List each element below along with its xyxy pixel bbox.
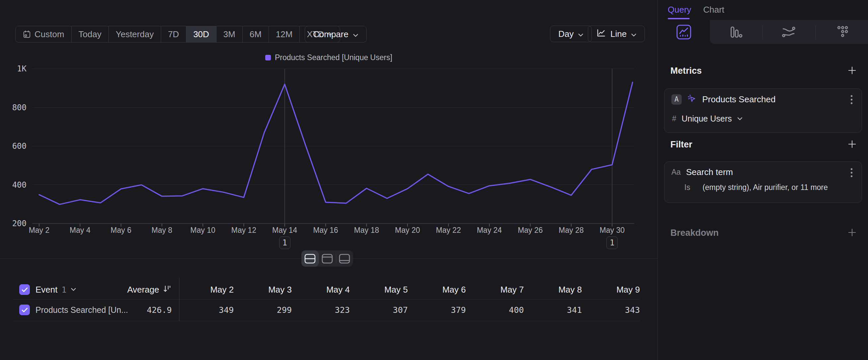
report-tab-flows[interactable]: [763, 20, 815, 44]
table-cell-value: 323: [292, 299, 350, 321]
split-view-button[interactable]: [301, 250, 319, 267]
x-axis-tick-label: May 6: [98, 226, 144, 235]
table-column-header: May 6: [408, 280, 466, 299]
table-cell-value: 400: [466, 299, 524, 321]
string-property-icon: Aa: [672, 168, 681, 177]
table-cell-value: 299: [234, 299, 292, 321]
metric-letter-badge: A: [672, 94, 682, 105]
x-axis-tick-label: May 22: [425, 226, 471, 235]
chevron-down-icon: [737, 116, 743, 122]
metrics-heading: Metrics: [671, 66, 702, 76]
table-column-header: May 8: [524, 280, 582, 299]
table-cell-value: 307: [350, 299, 408, 321]
top-panel-button[interactable]: [319, 250, 336, 267]
add-metric-button[interactable]: [847, 66, 857, 75]
annotation-badge[interactable]: 1: [279, 237, 290, 249]
average-sort-header[interactable]: Average: [99, 280, 172, 299]
table-column-header: May 4: [292, 280, 350, 299]
event-count: 1: [62, 285, 67, 295]
table-cell-value: 379: [408, 299, 466, 321]
active-tab-underline: [668, 18, 690, 19]
event-header-label: Event: [35, 285, 58, 295]
table-column-header: May 7: [466, 280, 524, 299]
filter-property-name: Search term: [686, 167, 733, 177]
metric-event-name: Products Searched: [702, 94, 775, 105]
metric-kebab-menu[interactable]: [847, 95, 856, 105]
x-axis-tick-label: May 2: [16, 226, 62, 235]
breakdown-heading: Breakdown: [671, 228, 719, 238]
chevron-down-icon: [71, 286, 76, 293]
filter-kebab-menu[interactable]: [847, 168, 856, 178]
table-column-header: May 5: [350, 280, 408, 299]
bottom-panel-button[interactable]: [336, 250, 353, 267]
table-column-header: May 9: [582, 280, 640, 299]
table-cell-value: 349: [176, 299, 234, 321]
chart-canvas[interactable]: [0, 0, 657, 252]
table-cell-value: 341: [524, 299, 582, 321]
table-row-divider: [13, 321, 640, 321]
x-axis-tick-label: May 10: [180, 226, 226, 235]
average-header-label: Average: [127, 285, 159, 295]
x-axis-tick-label: May 4: [57, 226, 103, 235]
row-checkbox[interactable]: [19, 305, 30, 315]
filter-card[interactable]: Aa Search term Is (empty string), Air pu…: [664, 161, 862, 203]
table-cell-value: 343: [582, 299, 640, 321]
x-axis-tick-label: May 18: [343, 226, 390, 235]
sort-descending-icon: [162, 284, 172, 295]
x-axis-tick-label: May 24: [466, 226, 513, 235]
x-axis-tick-label: May 14: [261, 226, 308, 235]
filter-operator[interactable]: Is: [684, 183, 690, 192]
y-axis-tick-label: 800: [0, 103, 27, 112]
aggregation-label: Unique Users: [682, 114, 732, 123]
layout-toggle-group: [301, 250, 353, 267]
report-tab-retention[interactable]: [815, 20, 868, 44]
table-column-header: May 3: [234, 280, 292, 299]
table-row-average: 426.9: [99, 299, 172, 321]
metric-card[interactable]: A Products Searched # Unique Users: [664, 88, 862, 133]
y-axis-tick-label: 600: [0, 141, 27, 151]
hash-icon: #: [672, 114, 676, 123]
tab-chart[interactable]: Chart: [703, 5, 724, 15]
add-breakdown-button[interactable]: [847, 228, 857, 237]
tab-query[interactable]: Query: [668, 5, 691, 15]
query-builder-sidebar: Query Chart Metrics A Products Searched …: [657, 0, 868, 360]
x-axis-tick-label: May 28: [548, 226, 594, 235]
report-tab-insights[interactable]: [658, 20, 710, 44]
filter-heading: Filter: [671, 139, 692, 150]
insights-report-app: CustomTodayYesterday7D30D3M6M12MXTD Comp…: [0, 0, 868, 360]
x-axis-tick-label: May 8: [138, 226, 185, 235]
add-filter-button[interactable]: [847, 139, 857, 149]
select-all-checkbox[interactable]: [19, 284, 30, 295]
y-axis-tick-label: 400: [0, 180, 27, 190]
annotation-badge[interactable]: 1: [607, 237, 618, 249]
event-header-dropdown[interactable]: Event 1: [35, 280, 76, 299]
x-axis-tick-label: May 20: [384, 226, 431, 235]
filter-value[interactable]: (empty string), Air purifier, or 11 more: [703, 183, 828, 192]
report-tab-funnels[interactable]: [710, 20, 762, 44]
aggregation-dropdown[interactable]: # Unique Users: [672, 114, 743, 123]
x-axis-tick-label: May 12: [220, 226, 267, 235]
x-axis-tick-label: May 16: [302, 226, 349, 235]
event-cursor-icon: [687, 94, 696, 105]
x-axis-tick-label: May 26: [507, 226, 553, 235]
x-axis-tick-label: May 30: [589, 226, 635, 235]
y-axis-tick-label: 1K: [0, 64, 27, 74]
table-column-header: May 2: [176, 280, 234, 299]
main-panel: CustomTodayYesterday7D30D3M6M12MXTD Comp…: [0, 0, 657, 360]
